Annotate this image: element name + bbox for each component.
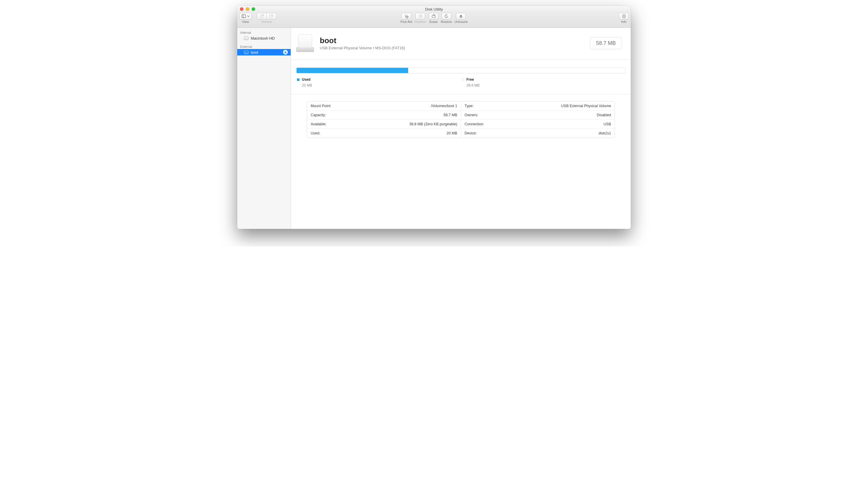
partition-label: Partition <box>415 20 426 23</box>
window-title: Disk Utility <box>237 7 631 11</box>
restore-icon <box>444 14 449 19</box>
sidebar-header-external: External <box>237 44 291 49</box>
info-label: Info <box>621 20 626 23</box>
main-panel: boot USB External Physical Volume • MS-D… <box>291 28 631 229</box>
svg-rect-13 <box>624 16 624 17</box>
volume-subtitle: USB External Physical Volume • MS-DOS (F… <box>320 46 405 50</box>
toolbar: View Volume First Aid <box>237 12 631 28</box>
sidebar: Internal Macintosh HD External boot <box>237 28 291 229</box>
volume-remove-button <box>267 13 276 19</box>
volume-label: Volume <box>261 20 272 23</box>
detail-row: Available:38.8 MB (Zero KB purgeable) <box>307 120 461 129</box>
info-button[interactable] <box>619 13 629 19</box>
used-swatch <box>297 78 300 81</box>
details-col-left: Mount Point:/Volumes/boot 1 Capacity:58.… <box>307 102 461 138</box>
svg-rect-10 <box>459 17 462 18</box>
sidebar-icon <box>241 14 246 19</box>
svg-point-9 <box>434 15 435 15</box>
first-aid-label: First Aid <box>401 20 412 23</box>
volume-icon <box>296 34 314 52</box>
volume-add-icon <box>260 14 264 19</box>
eject-icon <box>459 14 463 19</box>
content-area: Internal Macintosh HD External boot <box>237 28 631 229</box>
free-label: Free <box>467 77 474 82</box>
volume-add-button <box>257 13 267 19</box>
erase-icon <box>431 14 436 19</box>
sidebar-item-boot[interactable]: boot <box>237 49 291 55</box>
detail-row: Used:20 MB <box>307 129 461 138</box>
volume-size-badge: 58.7 MB <box>590 37 622 49</box>
usage-legend-used: Used 20 MB <box>296 77 461 87</box>
detail-row: Connection:USB <box>461 120 614 129</box>
detail-row: Owners:Disabled <box>461 111 614 120</box>
details-col-right: Type:USB External Physical Volume Owners… <box>461 102 614 138</box>
detail-row: Device:disk2s1 <box>461 129 614 138</box>
usage-legend-free: Free 38.8 MB <box>461 77 626 87</box>
partition-button <box>415 13 425 19</box>
used-value: 20 MB <box>297 83 461 87</box>
eject-icon <box>284 51 287 54</box>
volume-header: boot USB External Physical Volume • MS-D… <box>291 28 631 60</box>
detail-row: Mount Point:/Volumes/boot 1 <box>307 102 461 111</box>
stethoscope-icon <box>404 14 409 19</box>
unmount-label: Unmount <box>454 20 467 23</box>
info-icon <box>622 14 626 19</box>
detail-row: Capacity:58.7 MB <box>307 111 461 120</box>
unmount-button[interactable] <box>456 13 466 19</box>
usage-bar <box>296 67 626 73</box>
titlebar: Disk Utility <box>237 6 631 12</box>
volume-remove-icon <box>269 14 274 19</box>
details-card: Mount Point:/Volumes/boot 1 Capacity:58.… <box>307 101 615 138</box>
restore-label: Restore <box>441 20 452 23</box>
view-menu-button[interactable] <box>239 13 252 19</box>
erase-label: Erase <box>429 20 438 23</box>
usage-bar-fill <box>297 68 408 73</box>
svg-rect-8 <box>432 15 435 18</box>
sidebar-item-label: Macintosh HD <box>251 36 275 41</box>
erase-button[interactable] <box>429 13 438 19</box>
sidebar-item-macintosh-hd[interactable]: Macintosh HD <box>237 35 291 41</box>
sidebar-item-label: boot <box>251 50 258 55</box>
detail-row: Type:USB External Physical Volume <box>461 102 614 111</box>
svg-point-12 <box>624 15 624 15</box>
free-value: 38.8 MB <box>462 83 626 87</box>
eject-button[interactable] <box>283 50 288 55</box>
usage-section: Used 20 MB Free 38.8 MB <box>291 60 631 94</box>
svg-rect-0 <box>242 15 246 18</box>
restore-button[interactable] <box>442 13 451 19</box>
first-aid-button[interactable] <box>401 13 411 19</box>
pie-icon <box>418 14 423 19</box>
sidebar-header-internal: Internal <box>237 30 291 35</box>
svg-point-6 <box>407 16 408 17</box>
internal-disk-icon <box>244 36 248 41</box>
free-swatch <box>462 78 464 81</box>
svg-rect-14 <box>284 53 287 53</box>
volume-name: boot <box>320 36 405 45</box>
used-label: Used <box>302 77 310 82</box>
disk-utility-window: Disk Utility View Volume <box>237 6 631 229</box>
view-label: View <box>242 20 249 23</box>
external-disk-icon <box>244 50 248 55</box>
chevron-down-icon <box>247 15 250 17</box>
details-section: Mount Point:/Volumes/boot 1 Capacity:58.… <box>291 94 631 145</box>
